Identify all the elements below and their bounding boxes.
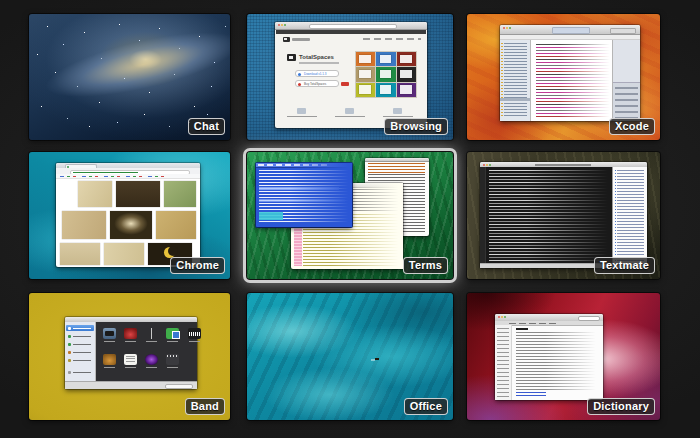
stars-decoration [29,14,30,15]
xcode-window[interactable] [500,25,640,121]
space-tile-xcode[interactable]: Xcode [467,14,660,140]
totalspaces-app-icon [287,54,296,61]
space-label: Band [185,398,225,415]
space-tile-browsing[interactable]: TotalSpaces Download v1.1.3 Buy TotalSpa… [247,14,453,140]
price-badge [341,82,349,86]
screenshot-grid [355,51,417,98]
safari-window[interactable]: TotalSpaces Download v1.1.3 Buy TotalSpa… [275,22,427,128]
download-button: Download v1.1.3 [295,70,339,77]
space-tile-band[interactable]: Band [29,293,230,420]
file-tree-lines [617,170,644,261]
space-label: Dictionary [587,398,655,415]
boat-speck [375,358,379,360]
space-label: Chrome [170,257,225,274]
dictionary-window[interactable] [495,314,603,400]
code-editor [531,40,613,121]
sidebar-item-recent-projects [66,369,94,375]
sidebar-item-lesson-store [66,341,94,347]
screenshot-cell [376,67,395,81]
keyboard-collection-icon [188,328,201,339]
dialog-footer [65,381,197,389]
terminal-output-lines [368,163,425,173]
selected-file-row [500,98,530,101]
sidebar-item-ringtone [66,357,94,363]
feature-column [333,108,367,120]
highlighted-row [259,187,339,190]
sidebar-item-magic-garageband [66,349,94,355]
headword [516,328,528,330]
page-banner [276,30,426,34]
sidebar-item-learn-to-play [66,333,94,339]
link-lines [516,392,546,396]
garageband-window[interactable] [65,317,197,389]
screenshot-cell [376,52,395,66]
instrument-grid [96,322,197,382]
highlighted-row [259,199,345,202]
space-tile-dictionary[interactable]: Dictionary [467,293,660,420]
window-titlebar [365,158,429,162]
podcast-icon [145,354,158,365]
space-label: Xcode [609,118,655,135]
movie-icon [166,354,179,365]
page-subtitle [299,62,339,64]
songwriting-icon [124,354,137,365]
terminal-window-blue[interactable] [256,163,352,227]
sidebar-item-new-project [66,325,94,331]
voice-icon [145,328,158,339]
image-thumbnail [110,211,152,239]
buy-button: Buy TotalSpaces [295,80,339,87]
image-thumbnail [116,181,160,207]
file-browser-sidebar [612,167,647,264]
feature-column [285,108,319,120]
electric-guitar-icon [124,328,137,339]
site-logo-text [292,38,310,41]
screenshot-cell [397,52,416,66]
screenshot-cell [356,67,375,81]
screenshot-cell [397,83,416,97]
screenshot-cell [356,83,375,97]
screenshot-cell [397,67,416,81]
space-label: Textmate [594,257,655,274]
selection-block [259,212,283,220]
image-thumbnail [60,243,100,265]
page-title: TotalSpaces [299,54,334,61]
terminal-menu-strip [256,163,352,168]
textmate-window[interactable] [480,162,647,268]
space-label: Chat [188,118,225,135]
loops-icon [166,328,179,339]
bookmarks-bar [56,174,200,179]
space-label: Office [404,398,448,415]
dark-code-editor [480,167,613,264]
code-lines [489,170,611,262]
acoustic-instrument-icon [103,354,116,365]
space-label: Terms [403,257,448,274]
utilities-panel [612,40,640,121]
image-thumbnail [156,211,196,239]
library-panel [613,82,640,121]
chrome-window[interactable] [56,163,200,267]
screenshot-cell [356,52,375,66]
image-thumbnail [164,181,196,207]
image-thumbnail [62,211,106,239]
window-title-text [535,164,591,166]
address-bar [309,24,397,29]
space-tile-terms[interactable]: Terms [247,152,453,279]
word-list-column [495,325,512,400]
site-nav-links [363,38,421,40]
file-list-lines [504,43,527,118]
totalspaces-logo-icon [283,37,290,42]
word-list-lines [497,328,509,397]
space-tile-chat[interactable]: Chat [29,14,230,140]
space-tile-chrome[interactable]: Chrome [29,152,230,279]
space-label: Browsing [384,118,448,135]
code-lines [536,44,611,118]
toolbar-buttons [610,28,636,34]
project-type-sidebar [65,322,96,382]
window-titlebar [500,25,640,35]
space-tile-textmate[interactable]: Textmate [467,152,660,279]
space-tile-office[interactable]: Office [247,293,453,420]
piano-icon [103,328,116,339]
navigator-sidebar [500,40,531,121]
image-thumbnail [78,181,112,207]
terminal-text-lines [259,170,348,223]
